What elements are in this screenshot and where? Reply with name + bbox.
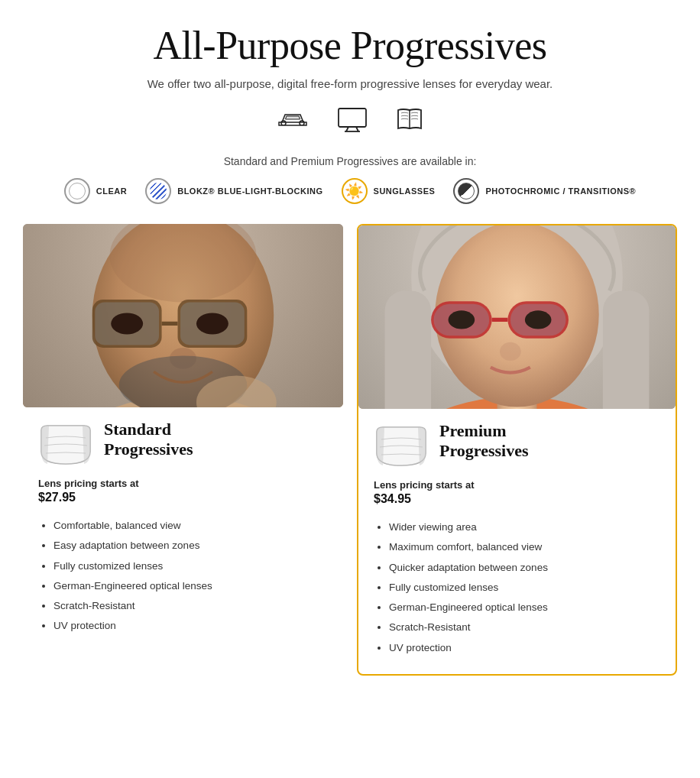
svg-rect-23 bbox=[385, 290, 432, 409]
list-item: UV protection bbox=[389, 639, 660, 657]
sunglass-icon-circle: ☀️ bbox=[342, 178, 368, 204]
clear-icon-circle bbox=[64, 178, 90, 204]
premium-pricing-label: Lens pricing starts at bbox=[374, 479, 660, 491]
product-card-standard: Standard Progressives Lens pricing start… bbox=[23, 224, 343, 676]
standard-features-list: Comfortable, balanced view Easy adaptati… bbox=[38, 517, 328, 636]
list-item: German-Engineered optical lenses bbox=[53, 577, 328, 595]
standard-product-body: Standard Progressives Lens pricing start… bbox=[23, 407, 343, 653]
clear-label: CLEAR bbox=[96, 186, 127, 196]
premium-product-header: Premium Progressives bbox=[374, 421, 660, 472]
lens-type-sunglasses[interactable]: ☀️ SUNGLASSES bbox=[342, 178, 436, 204]
icons-row bbox=[23, 107, 677, 138]
standard-pricing-label: Lens pricing starts at bbox=[38, 478, 328, 489]
standard-photo bbox=[23, 224, 343, 407]
list-item: German-Engineered optical lenses bbox=[389, 598, 660, 617]
page-title: All-Purpose Progressives bbox=[23, 23, 677, 68]
svg-rect-24 bbox=[603, 290, 650, 409]
man-photo-placeholder bbox=[23, 224, 343, 407]
list-item: UV protection bbox=[53, 617, 328, 635]
woman-photo-placeholder bbox=[358, 225, 676, 409]
lens-type-clear[interactable]: CLEAR bbox=[64, 178, 127, 204]
availability-text: Standard and Premium Progressives are av… bbox=[23, 155, 677, 167]
standard-pricing-amount: $27.95 bbox=[38, 491, 328, 504]
premium-lens-icon bbox=[374, 424, 429, 472]
svg-point-16 bbox=[196, 313, 228, 335]
lens-types-row: CLEAR BLOKZ® BLUE-LIGHT-BLOCKING ☀️ SUNG… bbox=[23, 178, 677, 204]
photochromic-label: PHOTOCHROMIC / TRANSITIONS® bbox=[485, 186, 636, 196]
list-item: Fully customized lenses bbox=[53, 557, 328, 575]
standard-name-block: Standard Progressives bbox=[104, 420, 193, 460]
lens-type-photochromic[interactable]: PHOTOCHROMIC / TRANSITIONS® bbox=[453, 178, 636, 204]
product-card-premium: Premium Progressives Lens pricing starts… bbox=[357, 224, 677, 676]
svg-point-32 bbox=[449, 310, 475, 329]
premium-pricing-amount: $34.95 bbox=[374, 492, 660, 506]
page-subtitle: We offer two all-purpose, digital free-f… bbox=[23, 77, 677, 90]
blokz-icon-circle bbox=[145, 178, 171, 204]
standard-product-header: Standard Progressives bbox=[38, 420, 328, 470]
sun-icon: ☀️ bbox=[345, 182, 365, 200]
standard-product-name: Standard Progressives bbox=[104, 420, 193, 460]
list-item: Fully customized lenses bbox=[389, 579, 660, 597]
list-item: Scratch-Resistant bbox=[389, 618, 660, 637]
premium-name-block: Premium Progressives bbox=[439, 421, 529, 462]
premium-features-list: Wider viewing area Maximum comfort, bala… bbox=[374, 518, 660, 657]
premium-product-body: Premium Progressives Lens pricing starts… bbox=[358, 409, 676, 674]
svg-rect-0 bbox=[339, 109, 366, 127]
page-wrapper: All-Purpose Progressives We offer two al… bbox=[0, 0, 700, 706]
list-item: Scratch-Resistant bbox=[53, 597, 328, 615]
list-item: Wider viewing area bbox=[389, 518, 660, 536]
svg-point-34 bbox=[500, 342, 521, 361]
list-item: Maximum comfort, balanced view bbox=[389, 538, 660, 556]
premium-photo bbox=[358, 225, 676, 409]
premium-product-name: Premium Progressives bbox=[439, 421, 529, 462]
sunglasses-label: SUNGLASSES bbox=[374, 186, 436, 196]
monitor-icon bbox=[337, 107, 368, 138]
svg-point-33 bbox=[525, 310, 552, 329]
book-icon bbox=[395, 107, 424, 138]
list-item: Quicker adaptation between zones bbox=[389, 559, 660, 577]
photochromic-icon-circle bbox=[453, 178, 479, 204]
svg-point-15 bbox=[111, 313, 143, 335]
standard-lens-icon bbox=[38, 423, 93, 470]
car-icon bbox=[276, 107, 309, 138]
blokz-label: BLOKZ® BLUE-LIGHT-BLOCKING bbox=[177, 186, 322, 196]
list-item: Comfortable, balanced view bbox=[53, 517, 328, 535]
lens-type-blokz[interactable]: BLOKZ® BLUE-LIGHT-BLOCKING bbox=[145, 178, 322, 204]
list-item: Easy adaptation between zones bbox=[53, 536, 328, 555]
products-row: Standard Progressives Lens pricing start… bbox=[23, 224, 677, 676]
